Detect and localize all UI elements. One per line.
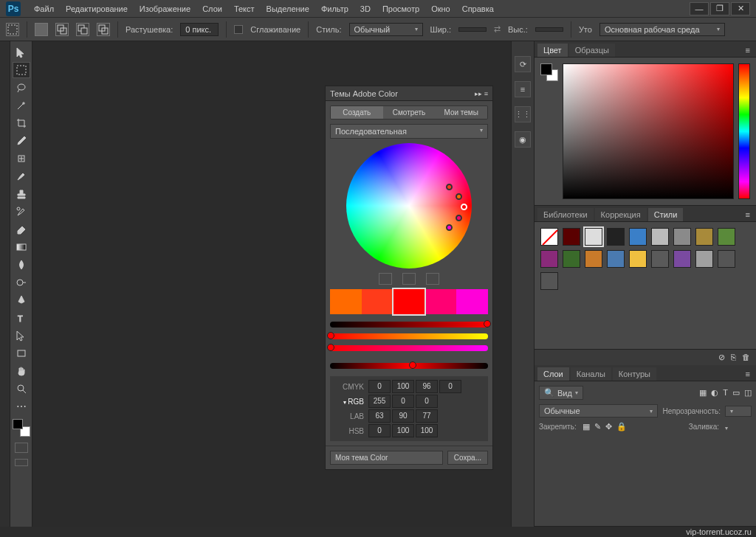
marquee-tool[interactable] — [13, 62, 30, 78]
style-swatch-10[interactable] — [563, 250, 580, 268]
hue-slider[interactable] — [738, 63, 750, 199]
menu-edit[interactable]: Редактирование — [60, 4, 134, 13]
move-tool[interactable] — [13, 44, 30, 60]
ac-tab-mythemes[interactable]: Мои темы — [435, 106, 487, 119]
swap-wh-icon[interactable]: ⇄ — [494, 24, 501, 34]
style-swatch-9[interactable] — [540, 250, 558, 268]
screenmode-toggle[interactable] — [15, 459, 28, 466]
window-close-button[interactable]: ✕ — [731, 2, 750, 15]
gradient-tool[interactable] — [13, 239, 30, 255]
menu-image[interactable]: Изображение — [134, 4, 196, 13]
feather-input[interactable]: 0 пикс. — [180, 23, 219, 36]
style-swatch-0[interactable] — [540, 228, 558, 246]
lock-brush-icon[interactable]: ✎ — [594, 422, 601, 432]
style-swatch-3[interactable] — [607, 228, 625, 246]
edit-toolbar-tool[interactable]: ⋯ — [13, 398, 30, 415]
adobe-color-titlebar[interactable]: Темы Adobe Color ▸▸ ≡ — [326, 86, 492, 101]
swatch-1[interactable] — [362, 289, 394, 314]
menu-select[interactable]: Выделение — [261, 4, 315, 13]
slider-base[interactable] — [330, 363, 488, 369]
swatch-2[interactable] — [394, 289, 425, 314]
window-maximize-button[interactable]: ❐ — [710, 2, 729, 15]
menu-help[interactable]: Справка — [456, 4, 500, 13]
marquee-tool-icon[interactable] — [6, 23, 19, 36]
opacity-input[interactable]: ▾ — [725, 406, 752, 417]
antialias-checkbox[interactable] — [234, 25, 243, 34]
swatch-0[interactable] — [330, 289, 362, 314]
tab-styles[interactable]: Стили — [648, 208, 684, 221]
row-cmyk[interactable]: CMYK 0 100 96 0 — [333, 379, 485, 394]
no-icon[interactable]: ⊘ — [718, 353, 725, 362]
crop-tool[interactable] — [13, 115, 30, 131]
workspace-select[interactable]: Основная рабочая среда▾ — [599, 23, 725, 36]
selection-add-icon[interactable] — [55, 23, 69, 36]
style-swatch-13[interactable] — [629, 250, 647, 268]
tab-adjustments[interactable]: Коррекция — [595, 208, 647, 221]
theme-name-input[interactable]: Моя тема Color — [330, 451, 443, 465]
filter-adjust-icon[interactable]: ◐ — [711, 388, 718, 398]
fill-input[interactable]: ▾ — [725, 423, 752, 432]
row-lab[interactable]: LAB 63 90 77 — [333, 409, 485, 423]
menu-view[interactable]: Просмотр — [377, 4, 425, 13]
type-tool[interactable]: T — [13, 310, 30, 326]
dodge-tool[interactable] — [13, 274, 30, 291]
trash-icon[interactable]: 🗑 — [742, 353, 750, 362]
left-dock-strip[interactable] — [0, 41, 10, 527]
menu-3d[interactable]: 3D — [354, 4, 377, 13]
style-swatch-14[interactable] — [651, 250, 669, 268]
filter-type-icon[interactable]: T — [723, 388, 728, 398]
style-swatch-11[interactable] — [585, 250, 602, 268]
lasso-tool[interactable] — [13, 80, 30, 96]
pen-tool[interactable] — [13, 292, 30, 308]
zoom-tool[interactable] — [13, 381, 30, 397]
menu-text[interactable]: Текст — [228, 4, 261, 13]
brush-tool[interactable] — [13, 168, 30, 184]
magic-wand-tool[interactable] — [13, 97, 30, 114]
style-swatch-15[interactable] — [673, 250, 691, 268]
layer-filter-select[interactable]: 🔍Вид▾ — [539, 386, 583, 400]
foreground-color[interactable] — [13, 419, 23, 429]
style-swatch-17[interactable] — [718, 250, 735, 268]
menu-filter[interactable]: Фильтр — [315, 4, 354, 13]
rectangle-tool[interactable] — [13, 345, 30, 361]
panel-collapse-icon[interactable]: ▸▸ ≡ — [475, 90, 488, 97]
color-panel-fgbg[interactable] — [540, 63, 558, 199]
wheel-tool-3[interactable] — [426, 273, 439, 285]
save-theme-button[interactable]: Сохра... — [447, 451, 488, 465]
menu-window[interactable]: Окно — [425, 4, 456, 13]
selection-intersect-icon[interactable] — [97, 23, 110, 36]
height-input[interactable] — [535, 27, 563, 32]
tab-color[interactable]: Цвет — [537, 44, 568, 57]
style-select[interactable]: Обычный▾ — [349, 23, 423, 36]
history-panel-icon[interactable]: ⟳ — [515, 56, 531, 72]
color-panel-menu[interactable]: ≡ — [743, 44, 753, 57]
blur-tool[interactable] — [13, 257, 30, 273]
slider-magenta[interactable] — [330, 345, 488, 351]
style-swatch-12[interactable] — [607, 250, 625, 268]
filter-shape-icon[interactable]: ▭ — [732, 388, 740, 398]
tab-libraries[interactable]: Библиотеки — [537, 208, 594, 221]
tab-layers[interactable]: Слои — [537, 367, 569, 381]
styles-panel-menu[interactable]: ≡ — [743, 208, 753, 221]
tab-paths[interactable]: Контуры — [613, 367, 656, 381]
history-brush-tool[interactable] — [13, 204, 30, 220]
style-swatch-7[interactable] — [695, 228, 713, 246]
style-swatch-6[interactable] — [673, 228, 691, 246]
glyphs-panel-icon[interactable]: ◉ — [515, 131, 531, 148]
lock-position-icon[interactable]: ✥ — [605, 422, 612, 432]
swatch-4[interactable] — [456, 289, 488, 314]
swatch-3[interactable] — [425, 289, 456, 314]
width-input[interactable] — [458, 27, 487, 32]
eraser-tool[interactable] — [13, 221, 30, 238]
foreground-background-swatch[interactable] — [13, 419, 30, 437]
color-wheel[interactable] — [346, 143, 472, 268]
style-swatch-8[interactable] — [718, 228, 735, 246]
path-select-tool[interactable] — [13, 328, 30, 344]
style-swatch-2[interactable] — [585, 228, 602, 246]
healing-tool[interactable] — [13, 150, 30, 167]
slider-warm[interactable] — [330, 333, 488, 339]
eyedropper-tool[interactable] — [13, 133, 30, 149]
saturation-value-picker[interactable] — [563, 63, 734, 199]
selection-new-icon[interactable] — [35, 23, 48, 36]
tab-swatches[interactable]: Образцы — [569, 44, 615, 57]
